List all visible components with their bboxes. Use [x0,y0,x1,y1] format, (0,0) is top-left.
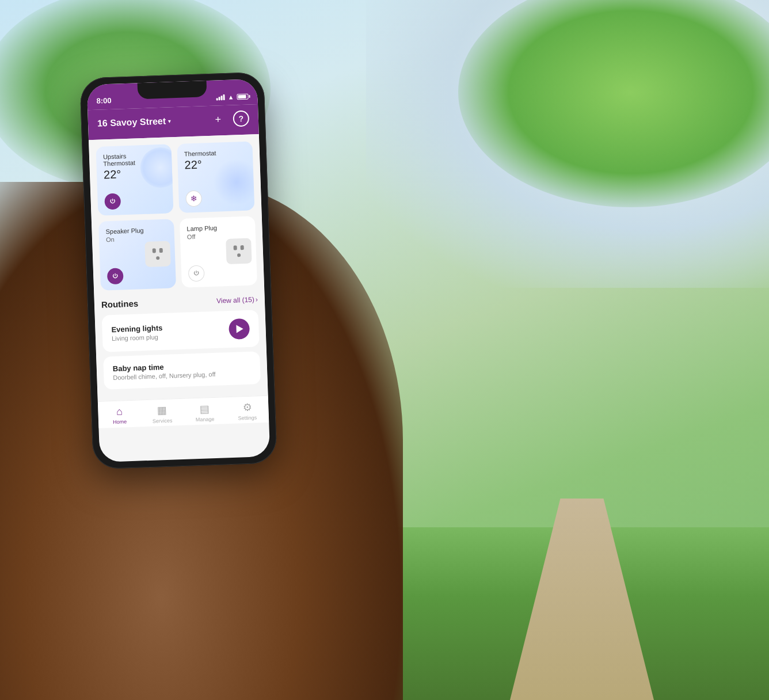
routine-desc-evening: Living room plug [112,333,163,342]
nav-settings[interactable]: ⚙ Settings [226,401,269,422]
device-name-thermostat: Thermostat [184,149,246,158]
home-nav-icon: ⌂ [116,406,123,418]
battery-icon [237,94,248,100]
device-name-lamp: Lamp Plug [186,223,248,233]
upstairs-thermostat-card[interactable]: UpstairsThermostat 22° [96,144,173,215]
phone-device: 8:00 ▲ 16 Savoy Street [79,72,277,470]
phone-wrapper: 8:00 ▲ 16 Savoy Street [79,72,277,470]
services-nav-label: Services [153,418,173,424]
evening-lights-routine[interactable]: Evening lights Living room plug [102,310,260,352]
routine-info-nap: Baby nap time Doorbell chime, off, Nurse… [113,361,216,381]
speaker-plug-card[interactable]: Speaker Plug On [98,219,176,290]
speaker-power-button[interactable] [107,268,124,284]
nav-home[interactable]: ⌂ Home [98,405,141,426]
settings-nav-icon: ⚙ [242,401,252,414]
home-nav-label: Home [113,419,127,425]
play-button-evening[interactable] [229,318,250,340]
snowflake-icon[interactable]: ❄ [185,191,202,207]
phone-screen: 8:00 ▲ 16 Savoy Street [87,79,271,462]
settings-nav-label: Settings [238,414,257,421]
app-content: UpstairsThermostat 22° [89,134,268,401]
lamp-power-button[interactable] [188,265,205,281]
lamp-plug-card[interactable]: Lamp Plug Off [180,216,257,287]
manage-nav-icon: ▤ [200,402,210,416]
nav-manage[interactable]: ▤ Manage [183,402,226,423]
device-name-speaker: Speaker Plug [105,226,167,235]
status-icons: ▲ [216,93,248,101]
notch [138,81,207,99]
add-button[interactable]: + [210,111,226,128]
nav-services[interactable]: ▦ Services [140,404,184,425]
baby-nap-routine[interactable]: Baby nap time Doorbell chime, off, Nurse… [103,351,261,389]
dropdown-arrow-icon: ▾ [168,118,171,124]
manage-nav-label: Manage [196,416,215,423]
outlet-shape-lamp [226,238,252,265]
routines-header: Routines View all (15) › [101,294,258,309]
services-nav-icon: ▦ [157,404,167,417]
home-address: 16 Savoy Street [97,116,166,129]
view-all-link[interactable]: View all (15) › [216,295,258,305]
signal-icon [216,94,224,101]
upstairs-power-button[interactable] [104,193,121,210]
routines-title: Routines [101,298,139,309]
help-button[interactable]: ? [233,111,249,127]
home-title[interactable]: 16 Savoy Street ▾ [97,116,172,128]
routine-name-evening: Evening lights [111,324,162,334]
devices-grid: UpstairsThermostat 22° [96,141,257,290]
header-actions: + ? [210,111,249,128]
bottom-nav: ⌂ Home ▦ Services ▤ Manage ⚙ Settings [98,395,269,428]
thermostat-card[interactable]: Thermostat 22° ❄ [177,141,254,212]
routine-info: Evening lights Living room plug [111,324,163,342]
play-triangle-icon [236,325,243,333]
wifi-icon: ▲ [227,93,234,100]
outlet-shape-speaker [144,241,171,267]
status-time: 8:00 [96,96,112,105]
